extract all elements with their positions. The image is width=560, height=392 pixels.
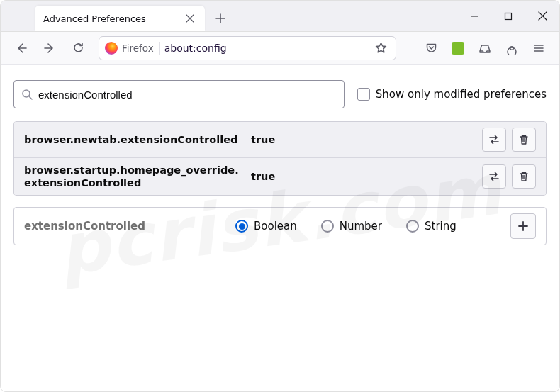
reload-button[interactable] [66,36,90,60]
navigation-toolbar: Firefox about:config [1,32,559,65]
close-icon [538,11,547,21]
extension-button[interactable] [446,36,470,60]
search-input[interactable] [38,89,337,101]
account-button[interactable] [500,36,524,60]
forward-button[interactable] [38,36,62,60]
pref-value: true [251,134,475,145]
inbox-button[interactable] [473,36,497,60]
pref-value: true [251,171,475,182]
radio-label: Boolean [254,220,297,233]
hamburger-icon [533,43,544,54]
tab-title: Advanced Preferences [43,13,178,24]
app-menu-button[interactable] [527,36,551,60]
pref-name: browser.startup.homepage_override.extens… [24,164,244,189]
close-icon [186,14,194,23]
identity-box[interactable]: Firefox [105,42,160,55]
search-box[interactable] [13,80,345,108]
delete-button[interactable] [512,164,536,189]
window-controls [457,1,559,31]
plus-icon [215,13,225,23]
arrow-right-icon [43,42,56,55]
radio-boolean[interactable]: Boolean [235,220,297,233]
pref-row-actions [482,164,536,189]
window-close-button[interactable] [525,1,559,32]
about-config-content: Show only modified preferences browser.n… [1,65,559,261]
svg-point-1 [510,46,514,50]
pref-name: browser.newtab.extensionControlled [24,133,244,146]
radio-icon [321,220,334,233]
radio-icon [406,220,419,233]
search-icon [21,89,33,100]
checkbox-icon [357,88,370,101]
radio-label: String [425,220,457,233]
bookmark-button[interactable] [371,42,390,54]
account-icon [505,42,518,55]
delete-button[interactable] [512,128,536,152]
trash-icon [518,134,530,145]
extension-icon [452,42,464,55]
show-modified-label: Show only modified preferences [376,88,547,101]
toolbar-right-icons [419,36,551,60]
identity-label: Firefox [122,43,154,54]
radio-string[interactable]: String [406,220,457,233]
maximize-icon [504,12,513,21]
toggle-button[interactable] [482,164,506,189]
tab-close-button[interactable] [184,12,196,25]
url-bar[interactable]: Firefox about:config [99,36,396,60]
new-pref-name: extensionControlled [24,220,223,233]
inbox-icon [478,42,491,55]
radio-label: Number [340,220,382,233]
new-pref-row: extensionControlled Boolean Number Strin… [13,207,547,245]
url-text[interactable]: about:config [164,43,367,54]
pref-row: browser.startup.homepage_override.extens… [14,158,546,195]
back-button[interactable] [9,36,33,60]
svg-rect-0 [505,13,512,19]
radio-icon [235,220,248,233]
reload-icon [72,42,84,54]
type-radio-group: Boolean Number String [235,220,457,233]
minimize-icon [470,12,478,21]
pref-row-actions [482,128,536,152]
radio-number[interactable]: Number [321,220,382,233]
show-modified-checkbox[interactable]: Show only modified preferences [357,88,547,101]
arrow-left-icon [15,42,28,55]
tabs-region: Advanced Preferences [1,1,457,31]
titlebar: Advanced Preferences [1,1,559,32]
pocket-icon [425,42,437,54]
toggle-button[interactable] [482,128,506,152]
tab-advanced-preferences[interactable]: Advanced Preferences [35,6,205,31]
pocket-button[interactable] [419,36,443,60]
search-row: Show only modified preferences [13,80,547,108]
plus-icon [517,220,529,232]
window-minimize-button[interactable] [457,1,491,32]
toggle-icon [488,170,500,183]
new-tab-button[interactable] [209,7,232,30]
prefs-table: browser.newtab.extensionControlled true … [13,121,547,196]
toggle-icon [488,133,500,146]
pref-row: browser.newtab.extensionControlled true [14,122,546,158]
trash-icon [518,171,530,182]
add-pref-button[interactable] [510,213,536,239]
firefox-logo-icon [105,42,118,55]
window-maximize-button[interactable] [491,1,525,32]
star-icon [375,42,387,54]
